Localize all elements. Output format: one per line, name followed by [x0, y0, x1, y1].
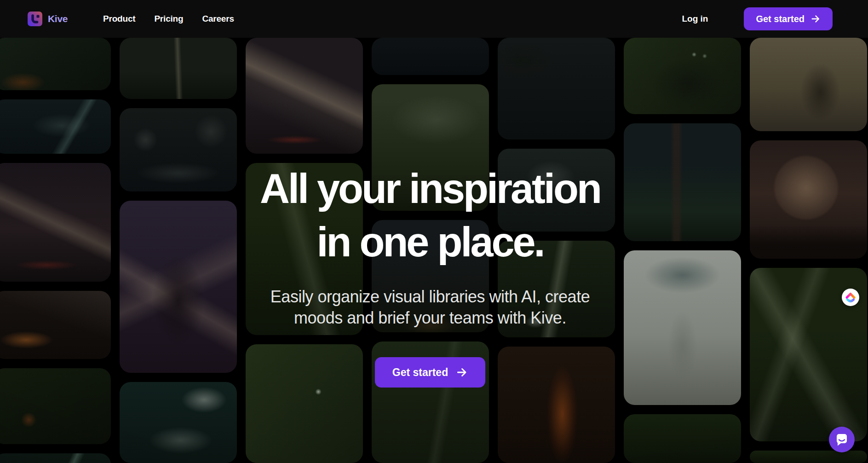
hero-subtitle-line1: Easily organize visual libraries with AI…: [0, 286, 867, 307]
bg-tile-lightning-tree-field: [120, 38, 237, 99]
bg-tile-jungle-giant: [624, 38, 741, 114]
get-started-button-nav[interactable]: Get started: [744, 7, 833, 30]
bg-tile-comet-jungle: [0, 453, 111, 463]
kive-logo-icon: [28, 12, 42, 26]
login-link[interactable]: Log in: [682, 14, 708, 24]
chat-bubble-icon: [829, 427, 855, 452]
bg-tile-spaceship-clouds: [0, 99, 111, 154]
bg-tile-marionette: [750, 38, 867, 131]
brand-wordmark: Kive: [48, 13, 68, 24]
hero-title-line2: in one place.: [0, 215, 867, 269]
bg-tile-rainy-window-room: [372, 38, 489, 75]
bg-tile-valley-creature: [498, 38, 615, 139]
get-started-hero-label: Get started: [392, 366, 448, 379]
chat-launcher-button[interactable]: [829, 427, 855, 452]
hero-subtitle: Easily organize visual libraries with AI…: [0, 286, 867, 329]
bg-tile-cloud-island-sky: [120, 382, 237, 463]
clickup-badge[interactable]: [842, 289, 859, 306]
nav-link-product[interactable]: Product: [103, 14, 135, 24]
arrow-right-icon: [811, 14, 821, 24]
brand-home-link[interactable]: Kive: [28, 12, 103, 26]
clickup-logo-icon: [842, 289, 859, 306]
hero-section: All your inspiration in one place. Easil…: [0, 162, 867, 388]
get-started-button-hero[interactable]: Get started: [375, 357, 485, 388]
kive-landing-page: { "brand": { "name": "Kive" }, "nav": { …: [0, 0, 868, 463]
nav-right-group: Log in Get started: [682, 7, 833, 30]
arrow-right-icon: [456, 366, 468, 378]
top-navbar: Kive Product Pricing Careers Log in Get …: [0, 0, 868, 38]
get-started-nav-label: Get started: [756, 14, 805, 24]
bg-tile-jungle-footer: [624, 414, 741, 463]
bg-tile-burning-jungle: [0, 38, 111, 90]
primary-nav: Product Pricing Careers: [103, 14, 234, 24]
bg-tile-storm-fleet: [246, 38, 363, 154]
hero-title-line1: All your inspiration: [0, 162, 867, 215]
nav-link-pricing[interactable]: Pricing: [154, 14, 183, 24]
nav-link-careers[interactable]: Careers: [202, 14, 234, 24]
hero-title: All your inspiration in one place.: [0, 162, 867, 269]
hero-subtitle-line2: moods and brief your teams with Kive.: [0, 307, 867, 329]
bg-tile-jungle-bottom: [750, 451, 867, 463]
